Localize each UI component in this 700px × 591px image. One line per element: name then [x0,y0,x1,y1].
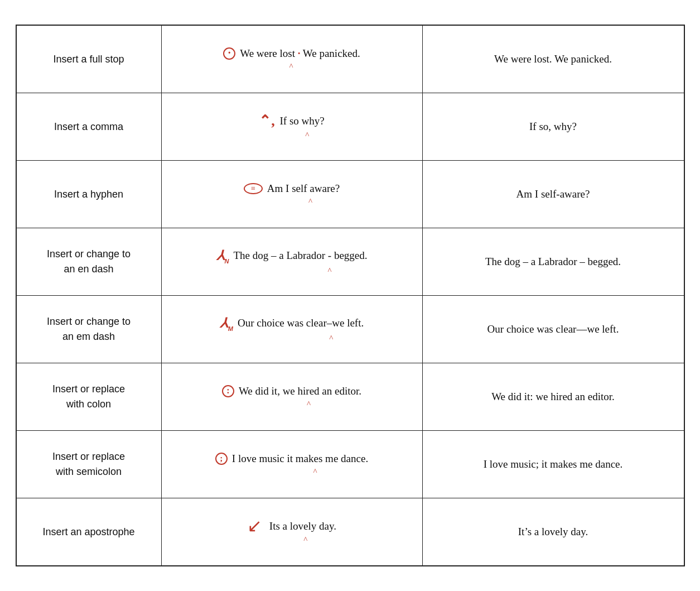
colon-mark-icon [222,385,234,397]
corrected-text: We were lost. We panicked. [494,53,612,65]
caret-indicator: ^ [249,334,335,343]
apostrophe-mark-icon: ↙ [247,519,262,534]
cell-corrected-colon: We did it: we hired an editor. [423,363,684,430]
table-row: Insert a hyphen Am I self aware? ^ Am I … [17,161,684,228]
example-text: We were lost · We panicked. [240,47,360,60]
corrected-text: Our choice was clear—we left. [487,323,619,335]
example-line: ⅄M Our choice was clear–we left. [220,315,364,332]
cell-example-apostrophe: ↙ Its a lovely day. ^ [162,498,423,565]
label-text: Insert a full stop [53,52,124,67]
caret-indicator: ^ [250,266,332,276]
comma-mark-icon: ⌃, [259,114,275,128]
table-row: Insert a comma ⌃, If so why? ^ If so, wh… [17,93,684,161]
table-row: Insert or replacewith semicolon I love m… [17,431,684,498]
cell-corrected-comma: If so, why? [423,93,684,160]
cell-label-semicolon: Insert or replacewith semicolon [17,431,162,498]
caret-indicator: ^ [289,62,294,71]
table-row: Insert or change toan en dash ⅄N The dog… [17,228,684,296]
cell-label-apostrophe: Insert an apostrophe [17,498,162,565]
cell-corrected-apostrophe: It’s a lovely day. [423,498,684,565]
example-line: We were lost · We panicked. [223,47,360,60]
cell-corrected-en-dash: The dog – a Labrador – begged. [423,228,684,295]
cell-example-hyphen: Am I self aware? ^ [162,161,423,228]
cell-example-en-dash: ⅄N The dog – a Labrador - begged. ^ [162,228,423,295]
label-text: Insert or replacewith colon [52,382,125,412]
corrected-text: Am I self-aware? [516,188,590,200]
label-text: Insert a hyphen [54,187,123,202]
en-dash-mark-icon: ⅄N [216,248,229,265]
cell-example-fullstop: We were lost · We panicked. ^ [162,26,423,93]
example-line: ⅄N The dog – a Labrador - begged. [216,248,368,265]
em-dash-mark-icon: ⅄M [220,315,233,332]
cell-example-colon: We did it, we hired an editor. ^ [162,363,423,430]
cell-corrected-em-dash: Our choice was clear—we left. [423,296,684,363]
cell-label-hyphen: Insert a hyphen [17,161,162,228]
label-text: Insert a comma [54,119,123,134]
cell-corrected-hyphen: Am I self-aware? [423,161,684,228]
label-text: Insert or change toan en dash [47,247,131,277]
corrected-text: We did it: we hired an editor. [491,391,615,403]
caret-indicator: ^ [273,131,311,140]
corrected-text: I love music; it makes me dance. [484,458,623,470]
label-text: Insert or replacewith semicolon [52,449,125,479]
caret-indicator: ^ [272,400,312,409]
label-text: Insert an apostrophe [42,525,134,540]
corrected-text: It’s a lovely day. [518,526,588,538]
example-text: We did it, we hired an editor. [239,385,361,397]
example-text: The dog – a Labrador - begged. [233,249,367,262]
example-text: If so why? [277,115,325,127]
cell-label-em-dash: Insert or change toan em dash [17,296,162,363]
cell-label-en-dash: Insert or change toan en dash [17,228,162,295]
table-row: Insert or replacewith colon We did it, w… [17,363,684,431]
cell-label-fullstop: Insert a full stop [17,26,162,93]
cell-corrected-fullstop: We were lost. We panicked. [423,26,684,93]
cell-example-semicolon: I love music it makes me dance. ^ [162,431,423,498]
example-text: Our choice was clear–we left. [238,317,364,329]
proofreading-table: Insert a full stop We were lost · We pan… [16,25,685,566]
cell-corrected-semicolon: I love music; it makes me dance. [423,431,684,498]
example-line: Am I self aware? [244,182,340,195]
example-text: I love music it makes me dance. [232,453,368,465]
caret-indicator: ^ [265,467,318,477]
example-line: We did it, we hired an editor. [222,385,361,397]
caret-indicator: ^ [270,197,313,206]
table-row: Insert an apostrophe ↙ Its a lovely day.… [17,498,684,565]
semicolon-mark-icon [215,453,228,465]
corrected-text: The dog – a Labrador – begged. [485,256,621,268]
example-text: Am I self aware? [267,182,340,195]
cell-label-colon: Insert or replacewith colon [17,363,162,430]
cell-example-em-dash: ⅄M Our choice was clear–we left. ^ [162,296,423,363]
example-line: ↙ Its a lovely day. [247,519,336,534]
cell-example-comma: ⌃, If so why? ^ [162,93,423,160]
hyphen-mark-icon [244,183,263,194]
example-line: ⌃, If so why? [259,114,324,128]
example-text: Its a lovely day. [267,520,336,532]
fullstop-mark-icon [223,47,235,60]
example-line: I love music it makes me dance. [215,453,368,465]
corrected-text: If so, why? [529,121,577,133]
caret-indicator: ^ [275,535,309,545]
table-row: Insert a full stop We were lost · We pan… [17,26,684,93]
table-row: Insert or change toan em dash ⅄M Our cho… [17,296,684,363]
label-text: Insert or change toan em dash [47,314,131,344]
cell-label-comma: Insert a comma [17,93,162,160]
